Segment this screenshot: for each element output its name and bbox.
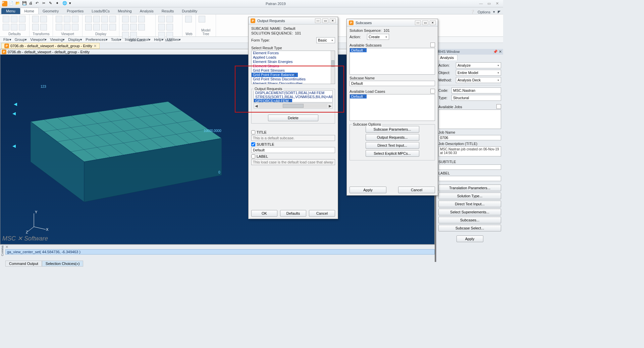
output-request-item[interactable]: STRESS(SORT1,REAL,VONMISES,BILIN)=All FE… (254, 95, 332, 99)
available-loadcases-list[interactable]: Default (350, 94, 435, 121)
scroll-right-icon[interactable]: ▶ (328, 104, 332, 108)
translation-params-button[interactable]: Translation Parameters... (438, 185, 501, 191)
result-type-item[interactable]: Applied Loads (252, 55, 335, 60)
menu-preferences[interactable]: Preferences▾ (84, 38, 109, 42)
result-type-item[interactable]: Element Strains (252, 64, 335, 68)
ribbon-icon[interactable] (19, 16, 25, 22)
ribbon-icon[interactable] (166, 24, 173, 30)
menu-utilities[interactable]: Utilities▾ (166, 38, 182, 42)
cancel-button[interactable]: Cancel (398, 187, 435, 193)
ribbon-icon[interactable] (93, 16, 100, 22)
scrollbar[interactable] (331, 51, 335, 84)
ribbon-icon[interactable] (11, 24, 17, 30)
dlg-max-icon[interactable]: ▭ (422, 20, 428, 25)
menu-display[interactable]: Display▾ (67, 38, 84, 42)
menu-file[interactable]: File▾ (2, 38, 13, 42)
ribbon-icon[interactable] (32, 24, 39, 30)
subcases-list-icon[interactable] (430, 43, 435, 47)
object-select[interactable]: Entire Model (456, 70, 501, 76)
rhs-tab-analysis[interactable]: Analysis (436, 55, 458, 60)
ribbon-icon[interactable] (40, 16, 47, 22)
dlg-min-icon[interactable]: — (415, 20, 421, 25)
qa-cut-icon[interactable]: ✂ (42, 1, 48, 6)
ribbon-icon[interactable] (72, 24, 78, 30)
ribbon-icon[interactable] (130, 24, 137, 30)
horizontal-scrollbar[interactable]: ◀ ▶ (254, 103, 333, 109)
menu-help[interactable]: Help▾ (153, 38, 165, 42)
subcases-button[interactable]: Subcases... (438, 217, 501, 223)
close-tab-icon[interactable]: ✕ (94, 44, 97, 48)
collapse-ribbon-icon[interactable]: ◤ (498, 10, 500, 14)
ribbon-icon[interactable] (158, 24, 165, 30)
select-explicit-mpcs-button[interactable]: Select Explicit MPCs... (366, 150, 419, 157)
available-subcases-list[interactable]: Default (350, 48, 435, 75)
ribbon-icon[interactable] (122, 24, 129, 30)
cancel-button[interactable]: Cancel (309, 210, 335, 217)
select-superelements-button[interactable]: Select Superelements... (438, 209, 501, 215)
command-input[interactable]: ga_view_center_set( 44.584736, -6.349463… (5, 249, 435, 255)
qa-print-icon[interactable]: 🖨 (29, 1, 34, 6)
job-desc-input[interactable]: MSC.Nastran job created on 06-Nov-19 at … (438, 146, 501, 156)
ribbon-icon[interactable] (85, 24, 92, 30)
qa-save-icon[interactable]: 💾 (22, 1, 28, 6)
result-type-item[interactable]: Grid Point Stress Discontinuities (252, 77, 335, 81)
ribbon-icon[interactable] (166, 16, 173, 22)
ribbon-icon[interactable] (199, 16, 205, 22)
result-type-item[interactable]: Element Stress Discontinuities (252, 81, 335, 84)
label-checkbox[interactable] (251, 154, 255, 158)
jobs-list-icon[interactable] (496, 104, 501, 109)
loadcase-item[interactable]: Default (350, 94, 367, 98)
ribbon-icon[interactable] (64, 24, 70, 30)
label-input[interactable] (438, 176, 501, 181)
tab-selection-choices[interactable]: Selection Choices(») (42, 261, 84, 267)
ribbon-icon[interactable] (32, 16, 39, 22)
ribbon-icon[interactable] (56, 16, 62, 22)
help-icon[interactable]: ❔ (470, 10, 475, 14)
ribbon-icon[interactable] (109, 16, 116, 22)
maximize-button[interactable]: ▭ (486, 1, 492, 6)
options-dropdown-icon[interactable]: ▾ (493, 10, 495, 14)
subcase-select-button[interactable]: Subcase Select... (438, 225, 501, 231)
ribbon-icon[interactable] (11, 16, 17, 22)
ribbon-icon[interactable] (72, 16, 78, 22)
scroll-left-icon[interactable]: ◀ (254, 104, 259, 108)
ribbon-icon[interactable] (138, 24, 145, 30)
tab-geometry[interactable]: Geometry (39, 8, 63, 14)
dlg-max-icon[interactable]: ▭ (322, 18, 328, 23)
menu-tools[interactable]: Tools▾ (110, 38, 123, 42)
ribbon-icon[interactable] (109, 24, 116, 30)
direct-text-input-button[interactable]: Direct Text Input... (366, 142, 419, 149)
ribbon-icon[interactable] (185, 16, 192, 22)
ribbon-icon[interactable] (19, 24, 25, 30)
tab-analysis[interactable]: Analysis (136, 8, 158, 14)
menu-group[interactable]: Group▾ (13, 38, 29, 42)
menu-viewport[interactable]: Viewport▾ (29, 38, 48, 42)
close-button[interactable]: ✕ (494, 1, 500, 6)
tab-durability[interactable]: Durability (178, 8, 201, 14)
dlg-close-icon[interactable]: ✕ (330, 18, 336, 23)
tab-command-output[interactable]: Command Output (5, 261, 42, 267)
subcase-item[interactable]: Default (350, 48, 367, 52)
rhs-close-icon[interactable]: ✕ (499, 50, 502, 54)
ribbon-icon[interactable] (3, 16, 9, 22)
output-request-item[interactable]: DISPLACEMENT(SORT1,REAL)=All FEM (254, 91, 332, 95)
minimize-button[interactable]: — (478, 1, 484, 6)
available-jobs-list[interactable] (438, 110, 501, 129)
delete-button[interactable]: Delete (268, 115, 318, 121)
form-type-select[interactable]: Basic (316, 37, 335, 43)
result-type-item[interactable]: Grid Point Force Balance (252, 73, 298, 77)
qa-brush-icon[interactable]: ✎ (49, 1, 54, 6)
ribbon-icon[interactable] (40, 24, 47, 30)
action-select[interactable]: Analyze (456, 62, 501, 68)
subcase-parameters-button[interactable]: Subcase Parameters... (366, 126, 419, 133)
tab-home[interactable]: Home (20, 8, 39, 14)
ribbon-icon[interactable] (122, 16, 129, 22)
result-type-list[interactable]: Element Forces Applied Loads Element Str… (251, 51, 335, 84)
apply-button[interactable]: Apply (457, 235, 483, 242)
subcase-name-input[interactable] (350, 81, 435, 86)
output-request-item[interactable]: GPFORCE=All FEM (254, 99, 292, 102)
result-type-item[interactable]: Element Forces (252, 51, 335, 55)
subtitle-input[interactable] (438, 164, 501, 170)
options-menu[interactable]: Options (478, 10, 490, 14)
menu-button[interactable]: Menu (1, 8, 20, 14)
